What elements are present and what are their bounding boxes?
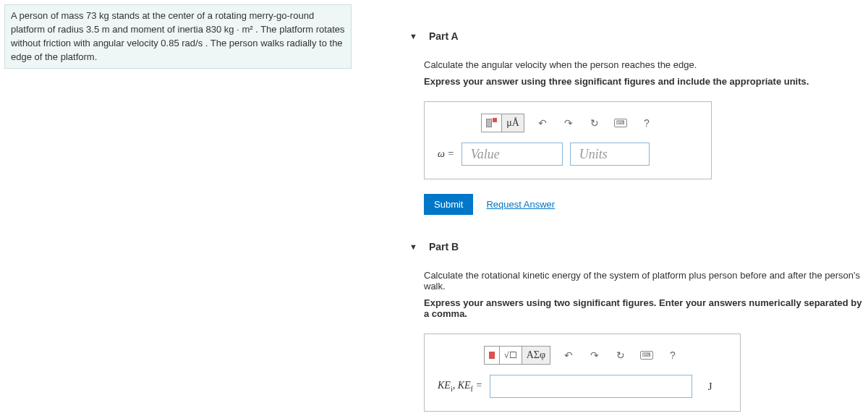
unit-suffix: J <box>708 381 712 393</box>
template-tool[interactable]: √☐ ΑΣφ <box>484 346 550 365</box>
submit-button[interactable]: Submit <box>424 194 473 215</box>
part-a-title: Part A <box>429 30 459 42</box>
part-b-header[interactable]: ▼ Part B <box>409 241 864 252</box>
value-input[interactable]: Value <box>461 143 563 166</box>
help-icon[interactable]: ? <box>665 347 681 363</box>
part-a: ▼ Part A Calculate the angular velocity … <box>409 30 864 215</box>
part-a-header[interactable]: ▼ Part A <box>409 30 864 42</box>
part-a-toolbar: μÅ ↶ ↷ ↻ ⌨ ? <box>438 114 698 132</box>
part-b: ▼ Part B Calculate the rotational kineti… <box>409 241 864 416</box>
reset-icon[interactable]: ↻ <box>613 347 629 363</box>
reset-icon[interactable]: ↻ <box>587 115 603 131</box>
caret-down-icon: ▼ <box>409 242 417 251</box>
redo-icon[interactable]: ↷ <box>587 347 603 363</box>
part-b-prompt: Calculate the rotational kinetic energy … <box>424 270 864 292</box>
request-answer-link[interactable]: Request Answer <box>486 199 555 210</box>
keyboard-icon[interactable]: ⌨ <box>613 115 629 131</box>
part-b-instruction: Express your answers using two significa… <box>424 297 864 319</box>
sqrt-tool-icon: √☐ <box>499 347 522 364</box>
value-input[interactable] <box>490 375 692 398</box>
problem-statement: A person of mass 73 kg stands at the cen… <box>4 4 352 69</box>
part-a-variable: ω = <box>438 148 454 160</box>
caret-down-icon: ▼ <box>409 32 417 41</box>
part-b-toolbar: √☐ ΑΣφ ↶ ↷ ↻ ⌨ ? <box>438 346 727 365</box>
undo-icon[interactable]: ↶ <box>561 347 576 363</box>
units-input[interactable]: Units <box>570 143 650 166</box>
keyboard-icon[interactable]: ⌨ <box>639 347 655 363</box>
part-a-instruction: Express your answer using three signific… <box>424 76 864 87</box>
help-icon[interactable]: ? <box>639 115 655 131</box>
symbols-tool-icon: ΑΣφ <box>522 347 550 364</box>
undo-icon[interactable]: ↶ <box>535 115 550 131</box>
template-tool[interactable]: μÅ <box>481 114 524 132</box>
part-a-answer-area: μÅ ↶ ↷ ↻ ⌨ ? ω = Value Units <box>424 101 712 179</box>
units-tool-icon: μÅ <box>501 114 524 132</box>
part-b-variable: KEi, KEf = <box>438 380 482 393</box>
redo-icon[interactable]: ↷ <box>561 115 576 131</box>
part-b-answer-area: √☐ ΑΣφ ↶ ↷ ↻ ⌨ ? KEi, KEf = J <box>424 334 741 412</box>
part-a-prompt: Calculate the angular velocity when the … <box>424 59 864 70</box>
part-b-title: Part B <box>429 241 459 252</box>
